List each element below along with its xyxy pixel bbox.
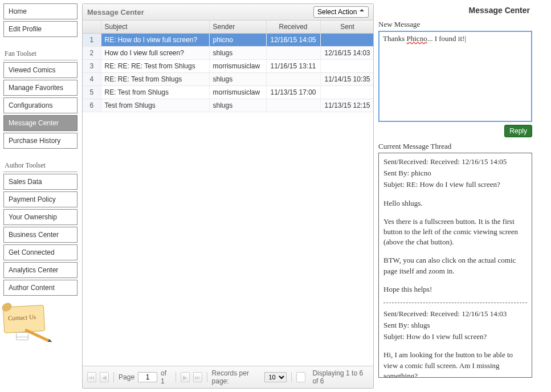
col-header-received[interactable]: Received <box>266 21 320 34</box>
row-received <box>266 73 320 86</box>
thread-body: Hope this helps! <box>383 284 527 295</box>
pager-last-icon[interactable]: ⏭ <box>193 372 202 382</box>
pager-next-icon[interactable]: ▶ <box>181 372 190 382</box>
sidebar-header-fan: Fan Toolset <box>3 47 77 60</box>
pager-display-text: Displaying 1 to 6 of 6 <box>312 369 369 385</box>
sidebar-item-author-content[interactable]: Author Content <box>3 280 77 296</box>
row-index: 4 <box>83 73 101 86</box>
sidebar-item-purchase-history[interactable]: Purchase History <box>3 133 77 149</box>
thread-label: Current Message Thread <box>378 140 532 153</box>
thread-body: Hello shlugs. <box>383 198 527 209</box>
row-sender: shlugs <box>209 73 266 86</box>
row-received: 11/16/15 13:11 <box>266 60 320 73</box>
new-message-label: New Message <box>378 18 532 31</box>
row-sent <box>320 86 373 99</box>
sidebar-item-viewed-comics[interactable]: Viewed Comics <box>3 62 77 78</box>
pager-records-label: Records per page: <box>212 369 262 385</box>
table-row[interactable]: 4RE: RE: Test from Shlugsshlugs11/14/15 … <box>83 73 373 86</box>
col-header-sent[interactable]: Sent <box>320 21 373 34</box>
compose-textarea[interactable]: Thanks Phicno... I found it!| <box>378 31 532 122</box>
row-sent: 11/13/15 12:15 <box>320 99 373 112</box>
thread-divider <box>383 303 527 303</box>
row-sender: shlugs <box>209 99 266 112</box>
pager: ⏮ ◀ Page of 1 ▶ ⏭ Records per page: 10 D… <box>83 366 373 388</box>
row-sender: morrismusiclaw <box>209 86 266 99</box>
pager-records-select[interactable]: 10 <box>264 372 287 382</box>
row-sent <box>320 60 373 73</box>
panel-title: Message Center <box>378 3 532 18</box>
thread-body: Hi, I am looking for the button to be ab… <box>383 350 527 378</box>
row-sender: phicno <box>209 34 266 47</box>
sidebar-item-home[interactable]: Home <box>3 3 77 19</box>
row-received: 11/13/15 17:00 <box>266 86 320 99</box>
reply-button[interactable]: Reply <box>504 125 532 137</box>
row-received <box>266 99 320 112</box>
sidebar-item-message-center[interactable]: Message Center <box>3 115 77 131</box>
sidebar-item-sales-data[interactable]: Sales Data <box>3 174 77 190</box>
sidebar-item-your-ownership[interactable]: Your Ownership <box>3 209 77 225</box>
col-header-subject[interactable]: Subject <box>101 21 209 34</box>
grid-title: Message Center <box>87 8 144 17</box>
row-subject: RE: Test from Shlugs <box>101 86 209 99</box>
pager-page-total: of 1 <box>161 369 171 385</box>
table-header-row: Subject Sender Received Sent <box>83 21 373 34</box>
row-subject: RE: How do I view full screen? <box>101 34 209 47</box>
row-index: 3 <box>83 60 101 73</box>
sidebar-item-business-center[interactable]: Business Center <box>3 227 77 243</box>
row-index: 2 <box>83 47 101 60</box>
table-row[interactable]: 5RE: Test from Shlugsmorrismusiclaw11/13… <box>83 86 373 99</box>
thread-meta: Sent By: shlugs <box>383 320 527 330</box>
message-grid: Message Center Select Action Subject <box>82 3 374 389</box>
table-row[interactable]: 6Test from Shlugsshlugs11/13/15 12:15 <box>83 99 373 112</box>
row-index: 6 <box>83 99 101 112</box>
sidebar-item-get-connected[interactable]: Get Connected <box>3 244 77 260</box>
sidebar-item-manage-favorites[interactable]: Manage Favorites <box>3 80 77 96</box>
sidebar-item-analytics-center[interactable]: Analytics Center <box>3 262 77 278</box>
row-sent: 11/14/15 10:35 <box>320 73 373 86</box>
row-received: 12/16/15 14:05 <box>266 34 320 47</box>
pager-loading-icon <box>296 372 305 382</box>
pager-first-icon[interactable]: ⏮ <box>87 372 96 382</box>
thread-meta: Sent By: phicno <box>383 168 527 178</box>
row-index: 1 <box>83 34 101 47</box>
thread-meta: Sent/Received: Received: 12/16/15 14:03 <box>383 309 527 319</box>
thread-body: BTW, you can also click on the actual co… <box>383 255 527 276</box>
sidebar-item-configurations[interactable]: Configurations <box>3 97 77 113</box>
table-row[interactable]: 3RE: RE: RE: Test from Shlugsmorrismusic… <box>83 60 373 73</box>
thread-meta: Subjet: How do I view full screen? <box>383 332 527 342</box>
row-received <box>266 47 320 60</box>
row-subject: How do I view full screen? <box>101 47 209 60</box>
thread-body: Yes there is a fullscreen button. It is … <box>383 217 527 248</box>
table-row[interactable]: 1RE: How do I view full screen?phicno12/… <box>83 34 373 47</box>
select-action-dropdown[interactable]: Select Action <box>313 6 369 18</box>
table-row[interactable]: 2How do I view full screen?shlugs12/16/1… <box>83 47 373 60</box>
thread-meta: Subjet: RE: How do I view full screen? <box>383 179 527 190</box>
row-sent <box>320 34 373 47</box>
thread-meta: Sent/Received: Received: 12/16/15 14:05 <box>383 157 527 167</box>
row-subject: Test from Shlugs <box>101 99 209 112</box>
contact-us-icon[interactable]: Contact Us <box>3 306 49 340</box>
message-thread[interactable]: Sent/Received: Received: 12/16/15 14:05 … <box>378 153 532 378</box>
sidebar-item-edit-profile[interactable]: Edit Profile <box>3 21 77 37</box>
sidebar-item-payment-policy[interactable]: Payment Policy <box>3 191 77 207</box>
col-header-sender[interactable]: Sender <box>209 21 266 34</box>
row-index: 5 <box>83 86 101 99</box>
pager-page-input[interactable] <box>138 372 157 382</box>
row-subject: RE: RE: RE: Test from Shlugs <box>101 60 209 73</box>
message-detail-panel: Message Center New Message Thanks Phicno… <box>378 3 532 389</box>
pager-prev-icon[interactable]: ◀ <box>100 372 109 382</box>
pager-page-label: Page <box>119 373 134 381</box>
row-sender: morrismusiclaw <box>209 60 266 73</box>
sidebar: Home Edit Profile Fan Toolset Viewed Com… <box>3 3 77 389</box>
row-subject: RE: RE: Test from Shlugs <box>101 73 209 86</box>
sidebar-header-author: Author Toolset <box>3 159 77 172</box>
row-sent: 12/16/15 14:03 <box>320 47 373 60</box>
row-sender: shlugs <box>209 47 266 60</box>
